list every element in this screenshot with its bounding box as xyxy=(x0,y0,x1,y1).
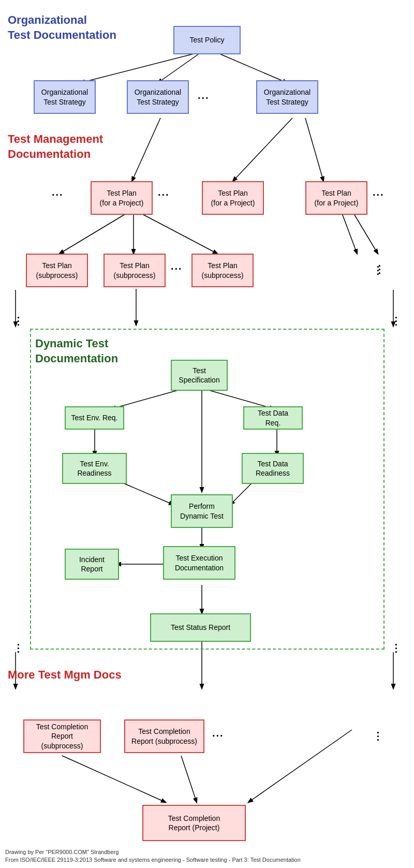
footer-line2: From ISO/IEC/IEEE 29119-3:2013 Software … xyxy=(5,857,301,863)
org-strategy-2-box: Organizational Test Strategy xyxy=(127,80,189,114)
test-policy-box: Test Policy xyxy=(173,26,241,54)
test-mgmt-section-label: Test ManagementDocumentation xyxy=(8,132,103,161)
perform-dynamic-test-box: Perform Dynamic Test xyxy=(171,494,233,528)
test-plan-proj-1-box: Test Plan (for a Project) xyxy=(91,181,153,215)
test-env-req-box: Test Env. Req. xyxy=(65,406,124,430)
test-plan-proj-3-box: Test Plan (for a Project) xyxy=(305,181,367,215)
dynamic-test-section-label: Dynamic TestDocumentation xyxy=(35,336,118,366)
svg-line-10 xyxy=(342,212,357,254)
org-strategy-3-box: Organizational Test Strategy xyxy=(256,80,318,114)
svg-line-5 xyxy=(305,118,323,181)
svg-line-0 xyxy=(80,52,202,83)
dots-right-sub2: ⋮ xyxy=(374,263,385,275)
test-completion-sub-2-box: Test Completion Report (subprocess) xyxy=(124,719,204,753)
svg-line-4 xyxy=(233,118,292,181)
test-plan-sub-1-box: Test Plan (subprocess) xyxy=(26,254,88,287)
footer-line1: Drawing by Per "PER9000.COM" Strandberg xyxy=(5,849,119,855)
test-plan-proj-2-box: Test Plan (for a Project) xyxy=(202,181,264,215)
test-completion-project-box: Test Completion Report (Project) xyxy=(142,805,246,841)
test-specification-box: Test Specification xyxy=(171,360,228,391)
dots-right-bottom: ⋮ xyxy=(391,642,401,654)
test-env-readiness-box: Test Env. Readiness xyxy=(62,453,127,484)
test-plan-sub-3-box: Test Plan (subprocess) xyxy=(191,254,254,287)
org-strategy-1-box: Organizational Test Strategy xyxy=(34,80,96,114)
org-doc-section-label: OrganizationalTest Documentation xyxy=(8,13,116,42)
dots-subprocess-plans: ··· xyxy=(171,263,183,275)
dots-left-bottom: ⋮ xyxy=(13,642,23,654)
incident-report-box: Incident Report xyxy=(65,549,119,580)
dots-far-right-completion: ⋮ xyxy=(373,730,383,742)
test-data-req-box: Test Data Req. xyxy=(243,406,303,430)
svg-line-27 xyxy=(62,756,166,802)
svg-line-8 xyxy=(139,212,217,254)
more-test-mgm-label: More Test Mgm Docs xyxy=(8,668,122,683)
dots-between-plans-12: ··· xyxy=(158,189,170,201)
svg-line-2 xyxy=(215,52,287,83)
svg-line-1 xyxy=(158,52,202,83)
test-plan-sub-2-box: Test Plan (subprocess) xyxy=(103,254,166,287)
svg-line-29 xyxy=(248,730,352,802)
dots-completion-sub: ··· xyxy=(212,730,224,742)
test-data-readiness-box: Test Data Readiness xyxy=(242,453,304,484)
dots-strategies: ··· xyxy=(198,92,210,104)
diagram-container: OrganizationalTest Documentation Test Po… xyxy=(0,0,414,21)
test-completion-sub-1-box: Test Completion Report (subprocess) xyxy=(23,719,101,753)
dots-after-plan3: ··· xyxy=(373,189,385,201)
svg-line-6 xyxy=(60,212,128,254)
svg-line-28 xyxy=(181,756,197,802)
svg-line-3 xyxy=(132,118,160,181)
dots-left-top: ⋮ xyxy=(13,315,23,327)
dots-right-top: ⋮ xyxy=(391,315,401,327)
dots-before-plan1: ··· xyxy=(52,189,64,201)
test-execution-doc-box: Test Execution Documentation xyxy=(163,546,235,580)
test-status-report-box: Test Status Report xyxy=(150,613,251,642)
